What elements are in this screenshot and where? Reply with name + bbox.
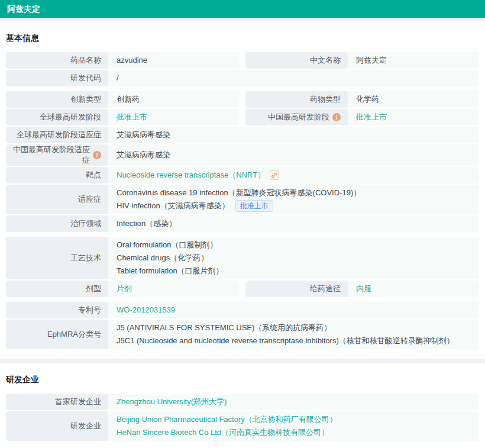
patent-link[interactable]: WO-2012031539 [117,304,175,317]
field-dosage-form: 剂型 片剂 [6,281,240,297]
field-group-patent: 专利号 WO-2012031539 EphMRA分类号 J5 (ANTIVIRA… [6,302,479,349]
global-stage-link[interactable]: 批准上市 [117,111,147,124]
technology-line: Tablet formulation（口服片剂） [117,265,224,278]
route-link[interactable]: 内服 [356,282,371,295]
developer-link[interactable]: Beijing Union Pharmaceutical Factory（北京协… [117,413,337,426]
target-value: Nucleoside reverse transcriptase（NNRT） [108,167,479,183]
target-link[interactable]: Nucleoside reverse transcriptase（NNRT） [117,169,265,182]
indication-label: 适应症 [6,185,108,214]
therapy-area-text: Infection（感染） [117,217,176,230]
field-china-stage-indication: 中国最高研发阶段适应症 i 艾滋病病毒感染 [6,144,479,166]
field-global-stage: 全球最高研发阶段 批准上市 [6,109,240,125]
first-developer-value: Zhengzhou University(郑州大学) [108,394,479,410]
field-rd-code: 研发代码 / [6,70,479,86]
dosage-form-label: 剂型 [6,281,108,297]
developers-label: 研发企业 [6,411,108,441]
therapy-area-value: Infection（感染） [108,215,479,232]
table-row: 剂型 片剂 给药途径 内服 [6,281,479,297]
china-stage-indication-label: 中国最高研发阶段适应症 i [6,144,108,166]
section-title-company: 研发企业 [6,363,479,394]
field-indication: 适应症 Coronavirus disease 19 infection（新型肺… [6,185,479,214]
indication-line-2: HIV infection（艾滋病病毒感染） [117,199,229,212]
field-first-developer: 首家研发企业 Zhengzhou University(郑州大学) [6,394,479,410]
rd-code-label: 研发代码 [6,70,108,86]
info-icon[interactable]: i [93,151,101,159]
first-developer-label: 首家研发企业 [6,394,108,410]
section-divider [0,359,485,363]
patent-label: 专利号 [6,302,108,318]
field-ephmra: EphMRA分类号 J5 (ANTIVIRALS FOR SYSTEMIC US… [6,320,479,349]
technology-value: Oral formulation（口服制剂） Chemical drugs（化学… [108,237,479,279]
field-group-names: 药品名称 azvudine 中文名称 阿兹夫定 研发代码 / [6,52,479,86]
status-badge: 批准上市 [235,200,273,212]
patent-value: WO-2012031539 [108,302,479,318]
field-drug-name: 药品名称 azvudine [6,52,240,69]
drug-type-value: 化学药 [348,91,479,108]
field-technology: 工艺技术 Oral formulation（口服制剂） Chemical dru… [6,237,479,279]
innovation-type-label: 创新类型 [6,91,108,108]
field-cn-name: 中文名称 阿兹夫定 [245,52,479,69]
route-label: 给药途径 [245,281,348,297]
first-developer-link[interactable]: Zhengzhou University(郑州大学) [117,395,227,408]
field-developers: 研发企业 Beijing Union Pharmaceutical Factor… [6,411,479,441]
ephmra-value: J5 (ANTIVIRALS FOR SYSTEMIC USE)（系统用的抗病毒… [108,320,479,349]
rd-code-value: / [108,70,479,86]
table-row: 创新类型 创新药 药物类型 化学药 [6,91,479,108]
drug-name-text: azvudine [117,54,147,67]
dosage-form-value: 片剂 [108,281,240,297]
ephmra-line: J5 (ANTIVIRALS FOR SYSTEMIC USE)（系统用的抗病毒… [117,321,331,334]
technology-label: 工艺技术 [6,237,108,279]
dosage-form-link[interactable]: 片剂 [117,282,132,295]
china-stage-indication-value: 艾滋病病毒感染 [108,144,479,166]
developers-value: Beijing Union Pharmaceutical Factory（北京协… [108,411,479,441]
global-stage-indication-value: 艾滋病病毒感染 [108,127,479,143]
basic-info-section: 基本信息 药品名称 azvudine 中文名称 阿兹夫定 研发代码 / [0,21,485,349]
global-stage-value: 批准上市 [108,109,240,125]
cn-name-text: 阿兹夫定 [356,54,387,67]
field-innovation-type: 创新类型 创新药 [6,91,240,108]
field-patent: 专利号 WO-2012031539 [6,302,479,318]
field-therapy-area: 治疗领域 Infection（感染） [6,215,479,232]
route-value: 内服 [348,281,479,297]
field-group-company: 首家研发企业 Zhengzhou University(郑州大学) 研发企业 B… [6,394,479,441]
ephmra-line: J5C1 (Nucleoside and nucleotide reverse … [117,334,454,347]
field-global-stage-indication: 全球最高研发阶段适应症 艾滋病病毒感染 [6,127,479,143]
china-stage-value: 批准上市 [348,109,479,125]
info-icon[interactable]: i [332,113,341,121]
china-stage-label-text: 中国最高研发阶段 [268,112,329,123]
company-section: 研发企业 首家研发企业 Zhengzhou University(郑州大学) 研… [0,363,485,441]
global-stage-indication-text: 艾滋病病毒感染 [117,128,170,141]
indication-value: Coronavirus disease 19 infection（新型肺炎冠状病… [108,185,479,214]
field-route: 给药途径 内服 [245,281,479,297]
ephmra-label: EphMRA分类号 [6,320,108,349]
therapy-area-label: 治疗领域 [6,215,108,232]
table-row: 药品名称 azvudine 中文名称 阿兹夫定 [6,52,479,69]
field-target: 靶点 Nucleoside reverse transcriptase（NNRT… [6,167,479,183]
cn-name-value: 阿兹夫定 [348,52,479,69]
external-link-icon[interactable] [270,170,279,180]
china-stage-indication-text: 艾滋病病毒感染 [117,149,170,162]
china-stage-label: 中国最高研发阶段 i [245,109,348,125]
field-drug-type: 药物类型 化学药 [245,91,479,108]
drug-type-label: 药物类型 [245,91,348,108]
rd-code-text: / [117,72,119,85]
table-row: 全球最高研发阶段 批准上市 中国最高研发阶段 i 批准上市 [6,109,479,125]
page-header-bar: 阿兹夫定 [0,0,485,18]
developer-link[interactable]: HeNan Sincere Biotech Co Ltd（河南真实生物科技有限公… [117,426,329,439]
technology-line: Chemical drugs（化学药） [117,252,208,265]
section-title-basic: 基本信息 [6,21,479,52]
china-stage-link[interactable]: 批准上市 [356,111,387,124]
target-label: 靶点 [6,167,108,183]
field-group-technology: 工艺技术 Oral formulation（口服制剂） Chemical dru… [6,237,479,297]
field-china-stage: 中国最高研发阶段 i 批准上市 [245,109,479,125]
indication-line-1: Coronavirus disease 19 infection（新型肺炎冠状病… [117,186,361,199]
china-stage-indication-label-text: 中国最高研发阶段适应症 [6,144,90,166]
drug-type-text: 化学药 [356,93,379,106]
cn-name-label: 中文名称 [245,52,348,69]
innovation-type-value: 创新药 [108,91,240,108]
innovation-type-text: 创新药 [117,93,140,106]
technology-line: Oral formulation（口服制剂） [117,238,217,252]
global-stage-label: 全球最高研发阶段 [6,109,108,125]
field-group-type-stage: 创新类型 创新药 药物类型 化学药 全球最高研发阶段 批准上市 [6,91,479,232]
global-stage-indication-label: 全球最高研发阶段适应症 [6,127,108,143]
